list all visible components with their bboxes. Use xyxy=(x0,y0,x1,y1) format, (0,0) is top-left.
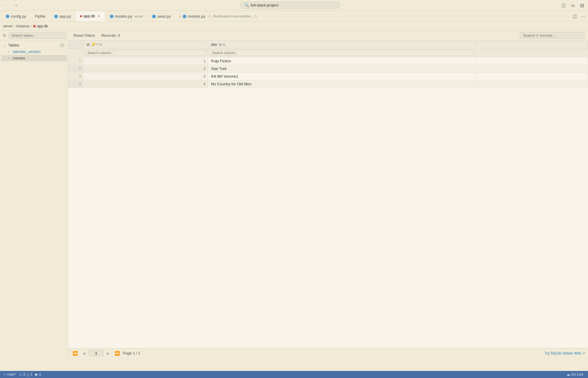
tab-modelspy-server[interactable]: ⬤ models.py server xyxy=(105,11,148,21)
alembic-version-label: alembic_version xyxy=(13,49,64,54)
status-git-branch[interactable]: ⚬ main* xyxy=(3,372,16,377)
warning-icon: △ xyxy=(26,372,29,377)
breadcrumb-sep1: › xyxy=(14,24,15,28)
col-id-icons: 🔑 # ⇆ xyxy=(91,43,102,46)
first-page-button[interactable]: ⏪ xyxy=(71,350,79,356)
table-row: 4 4 No Country for Old Men xyxy=(68,80,588,88)
grid-layout-button[interactable]: ▤ xyxy=(579,2,586,9)
row-title-2[interactable]: Star Trek xyxy=(208,65,475,73)
row-num-3: 3 xyxy=(68,73,83,80)
error-icon: ⚠ xyxy=(19,372,22,377)
py-icon: ⬤ xyxy=(183,14,186,18)
sidebar: ↻ ⌄ Tables (2) › alembic_version › movie… xyxy=(0,31,68,358)
more-tabs-button[interactable]: ⋯ xyxy=(579,13,587,19)
sidebar-item-alembic-version[interactable]: › alembic_version xyxy=(1,49,67,55)
table-row: 3 3 Kill Bill Volume1 xyxy=(68,73,588,80)
pagination-bar: ⏪ ◀ ▶ ⏩ Page 1 / 1 Try SQLite Viewer Web… xyxy=(68,348,588,358)
py-icon: ⬤ xyxy=(110,14,113,18)
page-number-input[interactable] xyxy=(89,350,103,356)
status-errors[interactable]: ⚠ 0 △ 1 xyxy=(19,372,32,377)
tab-pipfile[interactable]: Pipfile xyxy=(31,11,50,21)
tab-badge-count: 1 xyxy=(255,14,257,18)
ports-icon: ▶ xyxy=(35,372,38,377)
search-id-input[interactable] xyxy=(86,50,206,56)
row-title-1[interactable]: Pulp Fiction xyxy=(208,57,475,65)
row-id-3[interactable]: 3 xyxy=(83,73,208,80)
sidebar-toolbar: ↻ xyxy=(0,31,68,41)
tab-label: app.db xyxy=(83,14,95,18)
tables-label: Tables xyxy=(8,43,59,47)
th-id[interactable]: id 🔑 # ⇆ xyxy=(83,41,208,49)
row-extra-3 xyxy=(475,73,588,80)
tabs-right: ◫ ⋯ xyxy=(571,13,587,19)
next-page-button[interactable]: ▶ xyxy=(105,350,111,356)
row-id-4[interactable]: 4 xyxy=(83,80,208,88)
go-live-button[interactable]: ☁ Go Live xyxy=(565,372,585,377)
breadcrumb-server[interactable]: server xyxy=(3,24,13,28)
tab-label: config.py xyxy=(11,14,26,19)
chevron-right-icon: › xyxy=(8,56,12,60)
back-button[interactable]: ← xyxy=(2,2,11,9)
global-search-input[interactable] xyxy=(251,3,336,7)
prev-page-button[interactable]: ◀ xyxy=(81,350,87,356)
reset-filters-button[interactable]: Reset Filters xyxy=(72,33,97,38)
tab-label: models.py xyxy=(188,14,205,19)
breadcrumb-appdb: ▣ app.db xyxy=(33,24,48,28)
th-extra xyxy=(475,41,588,49)
tab-label: seed.py xyxy=(157,14,171,19)
warning-count: 1 xyxy=(30,372,32,377)
tab-seedpy[interactable]: ⬤ seed.py xyxy=(148,11,175,21)
status-right: ☁ Go Live xyxy=(565,372,585,377)
content-area: Reset Filters Records: 4 id 🔑 # xyxy=(68,31,588,358)
top-right-icons: ◫ ⚌ ▤ xyxy=(560,2,586,9)
key-icon: 🔑 xyxy=(91,43,96,46)
tab-apppy[interactable]: ⬤ app.py xyxy=(50,11,75,21)
split-tab-button[interactable]: ◫ xyxy=(571,13,578,19)
editor-layout-button[interactable]: ⚌ xyxy=(569,2,576,9)
breadcrumb-sep2: › xyxy=(31,24,32,28)
breadcrumb: server › instance › ▣ app.db xyxy=(0,22,588,31)
row-title-3[interactable]: Kill Bill Volume1 xyxy=(208,73,475,80)
search-title-input[interactable] xyxy=(210,50,473,56)
table-body: 1 1 Pulp Fiction 2 2 Star Trek 3 3 xyxy=(68,57,588,88)
forward-button[interactable]: → xyxy=(12,2,20,9)
chevron-down-icon: ⌄ xyxy=(4,44,7,47)
row-id-1[interactable]: 1 xyxy=(83,57,208,65)
resize-icon: ⇆ xyxy=(99,43,102,46)
breadcrumb-instance[interactable]: instance xyxy=(16,24,29,28)
tab-appdb[interactable]: ■ app.db ✕ xyxy=(76,11,105,21)
image-icon: ▨ xyxy=(219,43,222,46)
status-ports[interactable]: ▶ 0 xyxy=(35,372,41,377)
col-title-icons: ▨ ⇆ xyxy=(219,43,225,46)
row-title-4[interactable]: No Country for Old Men xyxy=(208,80,475,88)
refresh-button[interactable]: ↻ xyxy=(2,33,8,39)
tab-close-button[interactable]: ✕ xyxy=(97,14,101,18)
sidebar-tree: ⌄ Tables (2) › alembic_version › movies xyxy=(0,41,68,358)
sidebar-item-tables[interactable]: ⌄ Tables (2) xyxy=(1,42,67,48)
th-title[interactable]: title ▨ ⇆ xyxy=(208,41,475,49)
tab-label: app.py xyxy=(59,14,71,19)
tab-configpy[interactable]: ⬤ config.py xyxy=(1,11,31,21)
go-live-label: Go Live xyxy=(571,372,583,377)
tab-label: Pipfile xyxy=(35,14,45,19)
db-icon: ■ xyxy=(80,14,82,18)
data-table: id 🔑 # ⇆ title xyxy=(68,41,588,88)
search-id-cell xyxy=(83,49,208,57)
tab-modelspy2[interactable]: ● ⬤ models.py ~/.../florida-plant-man-we… xyxy=(175,11,261,21)
sidebar-item-movies[interactable]: › movies xyxy=(1,55,67,61)
search-records-input[interactable] xyxy=(520,32,584,39)
table-row: 2 2 Star Trek xyxy=(68,65,588,73)
search-bar: 🔍 xyxy=(240,2,340,9)
table-row: 1 1 Pulp Fiction xyxy=(68,57,588,65)
search-tables-input[interactable] xyxy=(9,32,66,39)
sqlite-viewer-link[interactable]: Try SQLite Viewer Web ↗ xyxy=(544,351,585,355)
table-search-row xyxy=(68,49,588,57)
search-icon: 🔍 xyxy=(245,3,249,7)
tab-badge-path: ~/.../florida-plant-man-website/... xyxy=(207,14,253,18)
table-header-row: id 🔑 # ⇆ title xyxy=(68,41,588,49)
main-layout: ↻ ⌄ Tables (2) › alembic_version › movie… xyxy=(0,31,588,358)
split-editor-button[interactable]: ◫ xyxy=(560,2,567,9)
row-id-2[interactable]: 2 xyxy=(83,65,208,73)
last-page-button[interactable]: ⏩ xyxy=(113,350,121,356)
modified-dot: ● xyxy=(180,15,181,18)
